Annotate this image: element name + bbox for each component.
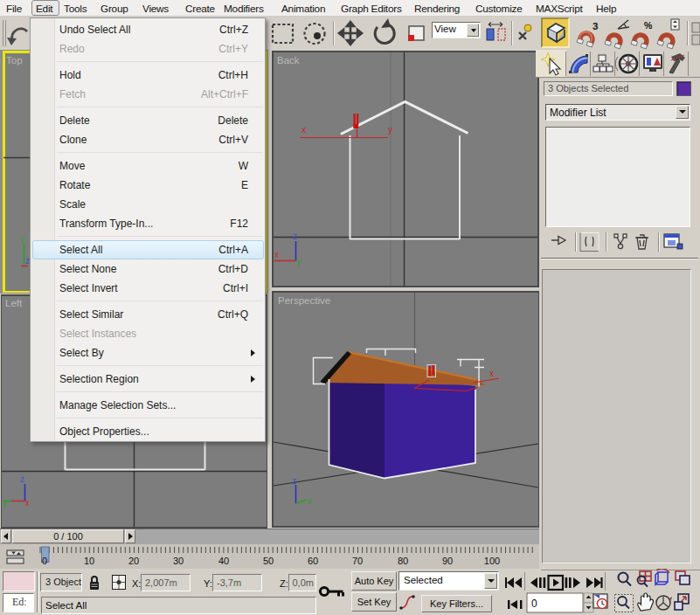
svg-text:z: z — [293, 231, 297, 241]
svg-text:y: y — [388, 125, 392, 135]
svg-text:y: y — [3, 498, 7, 508]
svg-text:0: 0 — [531, 598, 537, 610]
svg-text:100: 100 — [484, 556, 500, 566]
svg-text:z: z — [292, 476, 296, 486]
svg-text:0: 0 — [42, 556, 47, 566]
svg-text:y: y — [20, 234, 24, 244]
svg-text:%: % — [644, 20, 653, 31]
svg-text:y: y — [297, 257, 301, 266]
svg-text:x: x — [274, 250, 279, 259]
svg-text:90: 90 — [442, 556, 453, 566]
svg-text:10: 10 — [84, 556, 94, 566]
svg-text:70: 70 — [352, 556, 363, 566]
svg-text:x: x — [301, 125, 306, 135]
svg-text:x: x — [25, 498, 30, 508]
svg-text:x: x — [308, 496, 312, 506]
svg-text:60: 60 — [308, 556, 318, 566]
svg-text:80: 80 — [398, 556, 408, 566]
svg-text:x: x — [489, 369, 494, 378]
svg-text:50: 50 — [263, 556, 274, 566]
svg-text:20: 20 — [128, 556, 139, 566]
svg-text:30: 30 — [173, 556, 184, 566]
svg-text:40: 40 — [218, 556, 229, 566]
svg-text:z: z — [20, 474, 24, 484]
svg-text:3: 3 — [593, 21, 598, 31]
